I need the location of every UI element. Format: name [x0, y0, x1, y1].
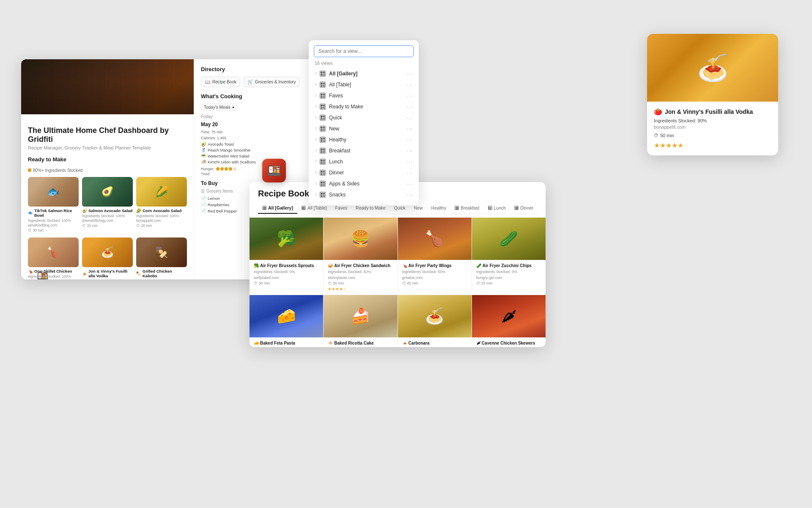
view-item-breakfast[interactable]: ⠿ Breakfast ··· — [309, 145, 419, 156]
rb-card-wings[interactable]: 🍗Air Fryer Party Wings Ingredients Stock… — [398, 218, 472, 295]
views-search-input[interactable] — [314, 45, 414, 57]
dashboard-subtitle: Recipe Manager, Grocery Tracker & Meal P… — [28, 145, 187, 150]
tab-dinner[interactable]: Dinner — [510, 203, 537, 214]
view-item-healthy[interactable]: ⠿ Healthy ··· — [309, 134, 419, 145]
recipe-detail-image — [647, 34, 778, 102]
view-label-all-table: All [Table] — [329, 82, 406, 88]
rb-name-cayenne: 🌶Cayenne Chicken Skewers — [476, 341, 541, 345]
recipe-detail-stocked: Ingredients Stocked: 90% — [654, 118, 771, 123]
view-item-all-gallery[interactable]: ⠿ All [Gallery] ··· — [309, 68, 419, 79]
view-options-icon[interactable]: ··· — [406, 158, 413, 165]
recipe-card-fusilli[interactable]: 🍝Jon & Vinny's Fusilli alla Vodka Ingred… — [82, 237, 133, 279]
drag-handle-icon: ⠿ — [315, 138, 317, 142]
recipe-card-kabobs[interactable]: 🍢Grilled Chicken Kabobs Ingredients Stoc… — [136, 237, 187, 279]
rb-meta-chicken-sandwich: Ingredients Stocked: 82% skinnytaste.com… — [328, 269, 393, 287]
recipe-card-salmon[interactable]: 🐟TikTok Salmon Rice Bowl Ingredients Sto… — [28, 177, 79, 234]
view-options-icon[interactable]: ··· — [406, 92, 413, 99]
dir-groceries-btn[interactable]: 🛒 Groceries & Inventory — [244, 77, 300, 87]
rb-img-zucchini — [472, 218, 546, 260]
calories-stat: Calories: 1,465 — [201, 136, 326, 140]
hdot-1 — [216, 167, 219, 171]
view-item-dinner[interactable]: ⠿ Dinner ··· — [309, 167, 419, 178]
drag-handle-icon: ⠿ — [315, 149, 317, 153]
rb-card-feta-pasta[interactable]: 🧀Baked Feta Pasta Ingredients Stocked: 7… — [250, 295, 323, 345]
bento-float-icon[interactable]: 🍱 — [262, 159, 286, 182]
tab-lunch[interactable]: Lunch — [484, 203, 510, 214]
tab-label-breakfast: Breakfast — [461, 205, 479, 210]
view-options-icon[interactable]: ··· — [406, 147, 413, 154]
badge-dot — [28, 168, 31, 172]
view-options-icon[interactable]: ··· — [406, 125, 413, 132]
view-options-icon[interactable]: ··· — [406, 180, 413, 187]
recipe-detail-info: 🍅 Jon & Vinny's Fusilli alla Vodka Ingre… — [647, 102, 778, 155]
recipe-detail-title-text: Jon & Vinny's Fusilli alla Vodka — [665, 108, 753, 115]
view-options-icon[interactable]: ··· — [406, 70, 413, 77]
rb-card-cayenne[interactable]: 🌶Cayenne Chicken Skewers Ingredients Sto… — [472, 295, 546, 345]
view-options-icon[interactable]: ··· — [406, 103, 413, 110]
rb-meta-wings: Ingredients Stocked: 50% greatist.com ⏱ … — [402, 269, 467, 287]
dir-recipe-book-btn[interactable]: 📖 Recipe Book — [201, 77, 240, 87]
rb-img-chicken-sandwich — [324, 218, 397, 260]
dashboard-title: The Ultimate Home Chef Dashboard by Grid… — [28, 126, 187, 144]
rb-name-chicken-sandwich: 🥪Air Fryer Chicken Sandwich — [328, 263, 393, 268]
groceries-icon: 🛒 — [247, 79, 253, 85]
view-item-snacks[interactable]: ⠿ Snacks ··· — [309, 189, 419, 200]
tab-label-new: New — [414, 205, 423, 210]
view-item-lunch[interactable]: ⠿ Lunch ··· — [309, 156, 419, 167]
recipe-detail-time-value: 50 min — [660, 133, 674, 138]
tab-icon-all-table — [302, 206, 306, 210]
recipe-card-chicken[interactable]: 🍗One-Skillet Chicken Ingredients Stocked… — [28, 237, 79, 279]
today-meals-label: Today's Meals — [204, 105, 230, 110]
recipe-detail-time: ⏱ 50 min — [654, 133, 771, 138]
salad-emoji: 🥗 — [201, 154, 206, 158]
view-label-dinner: Dinner — [329, 170, 406, 176]
tab-all-gallery[interactable]: All [Gallery] — [258, 203, 297, 214]
rb-card-ricotta-cake[interactable]: 🎂Baked Ricotta Cake Ingredients Stocked:… — [324, 295, 397, 345]
today-meals-dropdown[interactable]: Today's Meals ▾ — [201, 104, 237, 111]
view-label-healthy: Healthy — [329, 137, 406, 143]
view-item-all-table[interactable]: ⠿ All [Table] ··· — [309, 79, 419, 90]
recipe-book-panel: Recipe Book All [Gallery] All [Table] Fa… — [250, 182, 546, 347]
tab-breakfast[interactable]: Breakfast — [450, 203, 483, 214]
rb-card-zucchini[interactable]: 🥒Air Fryer Zucchini Chips Ingredients St… — [472, 218, 546, 295]
rb-card-chicken-sandwich[interactable]: 🥪Air Fryer Chicken Sandwich Ingredients … — [324, 218, 397, 295]
rb-info-carbonara: 🍝Carbonara Ingredients Stocked: 80% bona… — [398, 337, 472, 345]
rb-card-brussels[interactable]: 🥦Air Fryer Brussels Sprouts Ingredients … — [250, 218, 323, 295]
tab-icon-dinner — [514, 206, 518, 210]
view-item-quick[interactable]: ⠿ Quick ··· — [309, 112, 419, 123]
view-options-icon[interactable]: ··· — [406, 191, 413, 198]
tab-healthy[interactable]: Healthy — [427, 203, 451, 214]
view-item-new[interactable]: ⠿ New ··· — [309, 123, 419, 134]
drag-handle-icon: ⠿ — [315, 105, 317, 109]
drag-handle-icon: ⠿ — [315, 127, 317, 131]
hunger-label: Hunger: — [201, 167, 214, 171]
grid-view-icon — [320, 126, 326, 132]
tab-icon-breakfast — [455, 206, 459, 210]
view-item-ready-to-make[interactable]: ⠿ Ready to Make ··· — [309, 101, 419, 112]
view-item-faves[interactable]: ⠿ Faves ··· — [309, 90, 419, 101]
hdot-2 — [220, 167, 224, 171]
recipe-img-avocado — [82, 177, 133, 207]
rb-meta-brussels: Ingredients Stocked: 0% wellplated.com ⏱… — [254, 269, 319, 287]
recipe-card-corn-salad[interactable]: 🌽Corn Avocado Salad Ingredients Stocked:… — [136, 177, 187, 234]
view-options-icon[interactable]: ··· — [406, 81, 413, 88]
grid-view-icon — [320, 170, 326, 176]
view-label-snacks: Snacks — [329, 192, 406, 198]
view-item-apps-sides[interactable]: ⠿ Apps & Sides ··· — [309, 178, 419, 189]
tab-label-all-table: All [Table] — [307, 205, 327, 210]
recipe-img-corn — [136, 177, 187, 207]
tab-label-all-gallery: All [Gallery] — [268, 205, 293, 210]
rb-info-cayenne: 🌶Cayenne Chicken Skewers Ingredients Sto… — [472, 337, 546, 345]
recipe-card-avocado-salad[interactable]: 🥑Salmon Avocado Salad Ingredients Stocke… — [82, 177, 133, 234]
view-options-icon[interactable]: ··· — [406, 114, 413, 121]
recipe-detail-title: 🍅 Jon & Vinny's Fusilli alla Vodka — [654, 108, 771, 116]
recipe-grid-row2: 🍗One-Skillet Chicken Ingredients Stocked… — [28, 237, 187, 279]
view-options-icon[interactable]: ··· — [406, 136, 413, 143]
recipe-img-salmon — [28, 177, 79, 207]
view-options-icon[interactable]: ··· — [406, 169, 413, 176]
rb-card-carbonara[interactable]: 🍝Carbonara Ingredients Stocked: 80% bona… — [398, 295, 472, 345]
time-stat: Time: 75 min — [201, 130, 326, 134]
drag-handle-icon: ⠿ — [315, 83, 317, 87]
recipe-meta-salmon: Ingredients Stocked: 100% iamafoodblog.c… — [28, 218, 79, 234]
recipe-detail-stars: ★★★★★ — [654, 141, 771, 149]
